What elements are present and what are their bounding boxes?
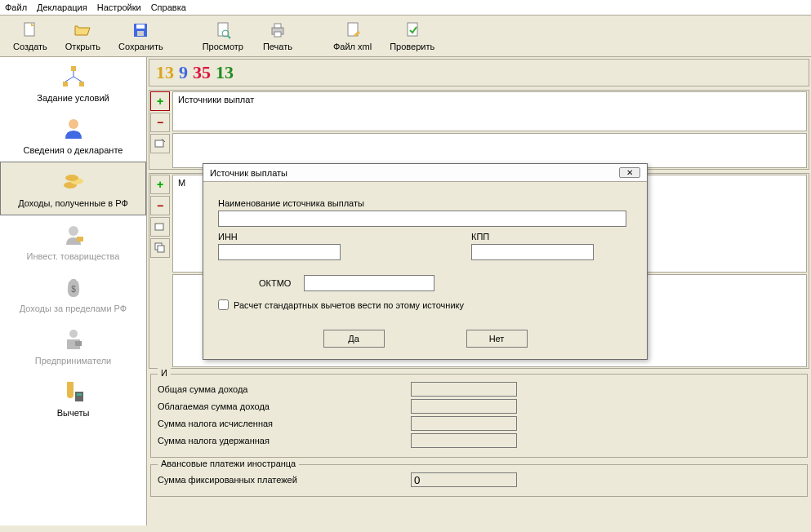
remove-month-button[interactable]: − xyxy=(150,196,170,215)
svg-rect-8 xyxy=(274,24,281,28)
sidebar-item-declarant[interactable]: Сведения о декларанте xyxy=(0,109,146,162)
advance-title: Авансовые платежи иностранца xyxy=(158,459,299,468)
svg-rect-27 xyxy=(75,392,83,401)
tax-calculated-label: Сумма налога исчисленная xyxy=(158,419,313,428)
totals-title: И xyxy=(158,368,171,378)
remove-source-button[interactable]: − xyxy=(150,113,170,132)
conditions-icon xyxy=(60,64,87,90)
svg-rect-12 xyxy=(71,66,76,71)
svg-point-25 xyxy=(69,330,78,338)
fixed-sum-field[interactable] xyxy=(411,472,517,487)
svg-rect-28 xyxy=(77,393,82,396)
deductions-icon xyxy=(60,379,87,405)
sidebar-item-conditions[interactable]: Задание условий xyxy=(0,57,146,109)
preview-icon xyxy=(213,20,233,40)
advance-group: Авансовые платежи иностранца Сумма фикси… xyxy=(150,464,808,497)
dialog-titlebar: Источник выплаты ✕ xyxy=(203,164,647,182)
edit-icon xyxy=(154,138,166,149)
open-button[interactable]: Открыть xyxy=(59,19,107,53)
inn-label: ИНН xyxy=(218,232,341,242)
add-month-button[interactable]: + xyxy=(150,175,170,194)
check-file-icon xyxy=(403,20,422,40)
svg-rect-11 xyxy=(408,23,417,36)
sidebar-item-income-abroad[interactable]: $ Доходы за пределами РФ xyxy=(0,268,146,320)
check-button[interactable]: Проверить xyxy=(383,19,441,53)
svg-point-18 xyxy=(69,119,78,129)
tax-withheld-label: Сумма налога удержанная xyxy=(158,436,313,446)
fixed-sum-label: Сумма фиксированных платежей xyxy=(158,475,337,485)
menu-file[interactable]: Файл xyxy=(5,2,27,12)
svg-rect-32 xyxy=(158,246,164,252)
copy-month-button[interactable] xyxy=(150,238,170,258)
taxable-income-field xyxy=(411,399,517,414)
floppy-icon xyxy=(131,20,150,40)
oktmo-label: ОКТМО xyxy=(259,278,291,288)
businessman-icon xyxy=(60,326,87,352)
rate-9[interactable]: 9 xyxy=(179,62,188,83)
kpp-input[interactable] xyxy=(471,244,594,260)
menu-declaration[interactable]: Декларация xyxy=(37,2,87,12)
rate-35[interactable]: 35 xyxy=(193,62,211,83)
dialog-yes-button[interactable]: Да xyxy=(323,330,385,348)
taxable-income-label: Облагаемая сумма дохода xyxy=(158,401,313,411)
folder-open-icon xyxy=(73,20,92,40)
menu-settings[interactable]: Настройки xyxy=(97,2,141,12)
total-income-field xyxy=(411,382,517,397)
sidebar: Задание условий Сведения о декларанте До… xyxy=(0,57,147,525)
copy-icon xyxy=(154,242,166,254)
new-file-icon xyxy=(20,20,40,40)
svg-rect-2 xyxy=(136,24,145,29)
edit-month-button[interactable] xyxy=(150,217,170,237)
svg-rect-13 xyxy=(63,82,68,86)
rate-13-green[interactable]: 13 xyxy=(216,62,234,83)
tax-calculated-field xyxy=(411,416,517,431)
tax-withheld-field xyxy=(411,433,517,448)
svg-rect-4 xyxy=(218,23,228,36)
dialog-title: Источник выплаты xyxy=(210,168,287,178)
rate-13-yellow[interactable]: 13 xyxy=(156,62,174,83)
totals-group: И Общая сумма дохода Облагаемая сумма до… xyxy=(150,374,808,458)
sidebar-item-deductions[interactable]: Вычеты xyxy=(0,372,146,424)
toolbar: Создать Открыть Сохранить Просмотр Печат… xyxy=(0,16,811,57)
sidebar-item-invest[interactable]: Инвест. товарищества xyxy=(0,215,146,268)
dialog-close-button[interactable]: ✕ xyxy=(619,167,640,178)
oktmo-input[interactable] xyxy=(304,275,434,291)
calc-deductions-label: Расчет стандартных вычетов вести по этом… xyxy=(234,300,464,310)
calc-deductions-checkbox[interactable] xyxy=(218,299,229,310)
sidebar-item-entrepreneurs[interactable]: Предприниматели xyxy=(0,320,146,372)
menu-help[interactable]: Справка xyxy=(151,2,186,12)
xml-button[interactable]: Файл xml xyxy=(327,19,378,53)
edit-source-button[interactable] xyxy=(150,134,170,153)
menubar: Файл Декларация Настройки Справка xyxy=(0,0,811,16)
rate-tabs: 13 9 35 13 xyxy=(149,59,809,86)
svg-point-22 xyxy=(69,226,78,236)
svg-line-6 xyxy=(228,36,230,38)
printer-icon xyxy=(268,20,287,40)
money-bag-icon: $ xyxy=(60,274,87,300)
svg-rect-3 xyxy=(137,31,144,36)
dialog-no-button[interactable]: Нет xyxy=(466,330,528,348)
edit-icon xyxy=(154,221,166,233)
sidebar-item-income-rf[interactable]: Доходы, полученные в РФ xyxy=(0,162,146,215)
xml-file-icon xyxy=(343,20,363,40)
source-name-input[interactable] xyxy=(218,211,626,227)
preview-button[interactable]: Просмотр xyxy=(196,19,250,53)
svg-rect-23 xyxy=(77,237,83,242)
print-button[interactable]: Печать xyxy=(255,19,301,53)
svg-rect-26 xyxy=(75,341,82,346)
source-dialog: Источник выплаты ✕ Наименование источник… xyxy=(203,163,648,360)
total-income-label: Общая сумма дохода xyxy=(158,384,313,394)
create-button[interactable]: Создать xyxy=(7,19,54,53)
save-button[interactable]: Сохранить xyxy=(112,19,170,53)
svg-rect-9 xyxy=(274,32,281,37)
add-source-button[interactable]: + xyxy=(150,91,170,111)
coins-icon xyxy=(60,169,87,195)
svg-rect-29 xyxy=(155,140,163,147)
source-name-label: Наименование источника выплаты xyxy=(218,198,632,208)
sources-header: Источники выплат xyxy=(172,91,807,131)
svg-point-21 xyxy=(65,175,78,181)
svg-line-17 xyxy=(74,77,82,82)
svg-rect-30 xyxy=(155,224,163,230)
invest-icon xyxy=(60,222,87,248)
inn-input[interactable] xyxy=(218,244,341,260)
